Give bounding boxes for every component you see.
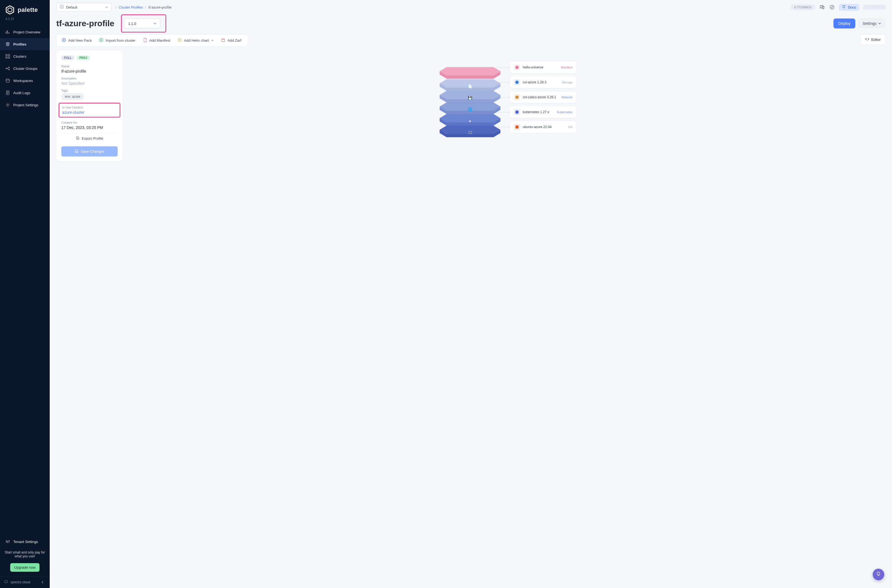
sidebar-footer: spectro cloud bbox=[0, 576, 50, 588]
svg-marker-1 bbox=[8, 8, 12, 12]
compass-icon[interactable] bbox=[829, 4, 835, 10]
pack-type: Kubernetes bbox=[557, 110, 572, 114]
title-row: tf-azure-profile 1.1.0 Deploy Settings bbox=[50, 14, 892, 34]
svg-point-6 bbox=[6, 68, 7, 69]
stack-layer[interactable]: 🖵 bbox=[438, 123, 502, 140]
desc-value: Not Specified bbox=[61, 81, 118, 86]
sidebar-item-tenant-settings[interactable]: Tenant Settings bbox=[0, 536, 50, 548]
log-icon bbox=[6, 90, 10, 95]
user-menu[interactable] bbox=[863, 5, 885, 9]
save-changes-button[interactable]: Save Changes bbox=[61, 146, 118, 156]
export-profile-button[interactable]: Export Profile bbox=[61, 133, 118, 144]
gear-icon bbox=[6, 103, 10, 107]
nav-label: Clusters bbox=[13, 54, 27, 58]
logo-icon bbox=[5, 5, 15, 15]
name-value: tf-azure-profile bbox=[61, 69, 118, 74]
svg-marker-0 bbox=[6, 6, 14, 14]
project-name: Default bbox=[66, 5, 77, 9]
svg-marker-22 bbox=[440, 67, 500, 75]
svg-rect-2 bbox=[6, 54, 7, 56]
svg-point-16 bbox=[830, 5, 834, 9]
nav-label: Audit Logs bbox=[13, 91, 30, 95]
svg-point-47 bbox=[515, 81, 519, 84]
workspace-icon bbox=[6, 78, 10, 83]
chat-icon[interactable] bbox=[819, 4, 825, 10]
pack-row[interactable]: cni-calico-azure 3.26.1 Network bbox=[510, 92, 576, 103]
tags-label: Tags bbox=[61, 89, 118, 92]
desc-label: Description bbox=[61, 77, 118, 80]
settings-button[interactable]: Settings bbox=[858, 18, 885, 28]
add-zarf-button[interactable]: Add Zarf bbox=[221, 38, 241, 43]
tag-item: env: azure bbox=[61, 93, 84, 100]
brand-name: palette bbox=[18, 6, 38, 14]
import-cluster-button[interactable]: Import from cluster bbox=[99, 38, 135, 43]
deploy-button[interactable]: Deploy bbox=[833, 18, 856, 28]
book-icon bbox=[842, 5, 846, 10]
pack-name: kubernetes 1.27.x bbox=[523, 110, 549, 114]
collapse-sidebar-button[interactable] bbox=[40, 579, 46, 585]
created-label: Created On bbox=[61, 121, 118, 124]
svg-point-8 bbox=[9, 69, 10, 70]
sidebar: palette 4.1.12 Project Overview Profiles… bbox=[0, 0, 50, 588]
svg-point-11 bbox=[7, 104, 9, 106]
nodes-icon bbox=[6, 66, 10, 70]
pack-name: csi-azure 1.28.3 bbox=[523, 80, 546, 84]
inuse-cluster-link[interactable]: azure-cluster bbox=[62, 110, 117, 115]
sliders-icon bbox=[6, 539, 10, 544]
page-title: tf-azure-profile bbox=[56, 19, 114, 28]
lightbulb-icon bbox=[876, 572, 881, 578]
chevron-down-icon bbox=[211, 38, 214, 42]
svg-rect-21 bbox=[76, 151, 77, 152]
svg-rect-3 bbox=[8, 54, 10, 56]
svg-point-48 bbox=[515, 96, 519, 99]
pack-name: ubuntu-azure 22.04 bbox=[523, 125, 551, 129]
pack-toolbar: Add New Pack Import from cluster Add Man… bbox=[56, 34, 248, 46]
cloud-icon bbox=[4, 580, 8, 585]
help-fab[interactable] bbox=[872, 568, 884, 580]
version-highlight-frame: 1.1.0 bbox=[121, 14, 166, 33]
project-selector[interactable]: Default bbox=[56, 3, 111, 12]
add-manifest-button[interactable]: Add Manifest bbox=[143, 38, 170, 43]
docs-button[interactable]: Docs bbox=[839, 4, 859, 11]
chevron-down-icon bbox=[105, 5, 108, 10]
nav-label: Workspaces bbox=[13, 79, 33, 83]
pack-icon bbox=[514, 124, 520, 130]
sidebar-item-overview[interactable]: Project Overview bbox=[0, 26, 50, 38]
helm-icon bbox=[177, 38, 182, 43]
breadcrumb-link-profiles[interactable]: Cluster Profiles bbox=[119, 5, 143, 9]
sidebar-item-clusters[interactable]: Clusters bbox=[0, 50, 50, 62]
version-selector[interactable]: 1.1.0 bbox=[124, 18, 161, 28]
breadcrumb-current: tf-azure-profile bbox=[148, 5, 171, 9]
pack-row[interactable]: csi-azure 1.28.3 Storage bbox=[510, 76, 576, 88]
code-icon bbox=[865, 37, 869, 42]
sidebar-item-project-settings[interactable]: Project Settings bbox=[0, 99, 50, 111]
svg-rect-9 bbox=[6, 79, 9, 82]
editor-button[interactable]: Editor bbox=[860, 34, 885, 45]
brand: palette bbox=[0, 0, 50, 17]
save-icon bbox=[75, 149, 78, 154]
nav-label: Tenant Settings bbox=[13, 540, 38, 544]
chevron-down-icon bbox=[153, 21, 156, 26]
add-helm-button[interactable]: Add Helm chart bbox=[177, 38, 214, 43]
pack-icon bbox=[514, 94, 520, 100]
sidebar-item-profiles[interactable]: Profiles bbox=[0, 38, 50, 50]
nav-label: Project Settings bbox=[13, 103, 38, 107]
pack-row[interactable]: hello-universe Manifest bbox=[510, 62, 576, 73]
pack-row[interactable]: ubuntu-azure 22.04 OS bbox=[510, 121, 576, 133]
pack-type: Network bbox=[562, 96, 572, 99]
sidebar-item-workspaces[interactable]: Workspaces bbox=[0, 75, 50, 87]
plus-circle-icon bbox=[62, 38, 66, 43]
zarf-icon bbox=[221, 38, 225, 43]
sidebar-item-cluster-groups[interactable]: Cluster Groups bbox=[0, 62, 50, 75]
add-pack-button[interactable]: Add New Pack bbox=[62, 38, 92, 43]
badge-full: FULL bbox=[61, 56, 74, 60]
pack-icon bbox=[514, 109, 520, 115]
upgrade-button[interactable]: Upgrade now bbox=[10, 563, 39, 572]
pack-row[interactable]: kubernetes 1.27.x Kubernetes bbox=[510, 106, 576, 118]
pack-name: hello-universe bbox=[523, 65, 544, 69]
badge-proj: PROJ bbox=[77, 56, 90, 60]
topbar: Default / Cluster Profiles / tf-azure-pr… bbox=[50, 0, 892, 14]
pack-list: hello-universe Manifest csi-azure 1.28.3… bbox=[510, 62, 576, 136]
svg-point-50 bbox=[515, 125, 519, 129]
sidebar-item-audit-logs[interactable]: Audit Logs bbox=[0, 87, 50, 99]
